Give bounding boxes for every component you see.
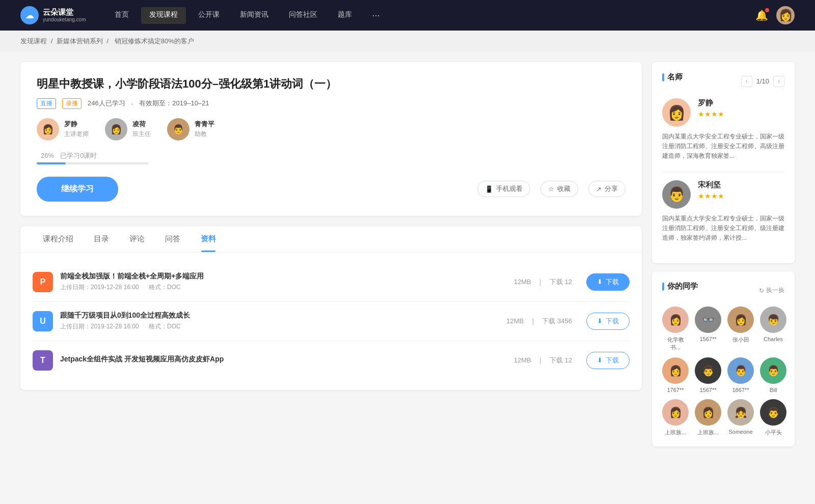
valid-until: 有效期至：2019–10–21 [139, 99, 209, 108]
sidebar-teacher-1-desc: 国内某重点大学安全工程专业硕士，国家一级注册消防工程师、注册安全工程师、级注册建… [662, 214, 784, 243]
teacher-2: 👨 青青平 助教 [167, 118, 214, 141]
logo-icon: ☁ [20, 6, 39, 24]
refresh-classmates-button[interactable]: ↻ 换一换 [759, 286, 784, 295]
classmates-title: 你的同学 [662, 282, 698, 291]
teacher-page: 1/10 [756, 77, 769, 85]
tab-qa[interactable]: 问答 [155, 226, 191, 252]
teacher-0: 👩 罗静 主讲老师 [37, 118, 89, 141]
tab-catalog[interactable]: 目录 [84, 226, 119, 252]
file-meta-1: 上传日期：2019-12-28 16:00 格式：DOC [60, 322, 492, 331]
classmate-11-avatar: 👨 [760, 399, 786, 426]
teacher-1: 👩 凌荷 班主任 [105, 118, 151, 141]
tabs-header: 课程介绍 目录 评论 问答 资料 [20, 226, 642, 253]
teacher-1-avatar: 👩 [105, 118, 127, 141]
nav-public[interactable]: 公开课 [190, 7, 228, 24]
classmate-2-name: 张小田 [732, 336, 749, 344]
mobile-watch-button[interactable]: 📱 手机观看 [477, 181, 530, 197]
file-name-0: 前端全栈加强版！前端全栈+全周期+多端应用 [60, 272, 500, 281]
download-button-2[interactable]: ⬇ 下载 [586, 352, 630, 369]
classmate-8[interactable]: 👩 上班族... [662, 399, 689, 436]
breadcrumb: 发现课程 / 新媒体营销系列 / 销冠修炼术搞定80%的客户 [0, 31, 815, 52]
classmate-11[interactable]: 👨 小平头 [760, 399, 786, 436]
logo-text: 云朵课堂 yundouketang.com [43, 8, 86, 23]
file-item-2: T Jetpack全组件实战 开发短视频应用高仿皮皮虾App 12MB ｜ 下载… [33, 341, 630, 380]
classmate-10[interactable]: 👧 Someone [727, 399, 754, 436]
file-name-2: Jetpack全组件实战 开发短视频应用高仿皮皮虾App [60, 355, 500, 364]
classmate-8-avatar: 👩 [662, 399, 689, 426]
classmate-9[interactable]: 👩 上班族... [695, 399, 721, 436]
teachers-sidebar-title: 名师 [662, 72, 683, 82]
classmate-4-avatar: 👩 [662, 357, 689, 384]
course-title: 明星中教授课，小学阶段语法100分–强化级第1讲动词（一） [37, 76, 626, 92]
next-teacher-button[interactable]: › [773, 76, 784, 87]
file-icon-1: U [33, 311, 53, 331]
breadcrumb-discover[interactable]: 发现课程 [20, 37, 47, 45]
breadcrumb-series[interactable]: 新媒体营销系列 [57, 37, 103, 45]
nav-news[interactable]: 新闻资讯 [232, 7, 277, 24]
course-meta: 直播 录播 246人已学习 · 有效期至：2019–10–21 [37, 98, 626, 109]
nav-right: 🔔 👩 [755, 6, 795, 24]
file-item-0: P 前端全栈加强版！前端全栈+全周期+多端应用 上传日期：2019-12-28 … [33, 263, 630, 302]
sidebar-teacher-0-name: 罗静 [698, 98, 784, 108]
classmate-7[interactable]: 👨 Bill [760, 357, 786, 393]
user-avatar[interactable]: 👩 [776, 6, 795, 24]
course-header-card: 明星中教授课，小学阶段语法100分–强化级第1讲动词（一） 直播 录播 246人… [20, 62, 642, 216]
nav-discover[interactable]: 发现课程 [141, 7, 186, 24]
refresh-icon: ↻ [759, 287, 764, 294]
classmate-2[interactable]: 👩 张小田 [727, 306, 754, 351]
nav-bank[interactable]: 题库 [330, 7, 360, 24]
classmate-10-name: Someone [728, 429, 752, 435]
students-count: 246人已学习 [88, 99, 125, 108]
teachers-list: 👩 罗静 主讲老师 👩 凌荷 班主任 👨 青青平 [37, 118, 626, 141]
classmates-card: 你的同学 ↻ 换一换 👩 化学教书... 👓 1567** [652, 271, 795, 446]
tab-intro[interactable]: 课程介绍 [33, 226, 84, 252]
course-actions: 继续学习 📱 手机观看 ☆ 收藏 ↗ 分享 [37, 177, 626, 202]
classmate-0[interactable]: 👩 化学教书... [662, 306, 689, 351]
download-button-0[interactable]: ⬇ 下载 [586, 273, 630, 291]
share-button[interactable]: ↗ 分享 [588, 181, 626, 197]
classmate-6[interactable]: 👨 1867** [727, 357, 754, 393]
classmate-5[interactable]: 👨 1567** [695, 357, 721, 393]
sidebar-teacher-1: 👨 宋利坚 ★★★★ 国内某重点大学安全工程专业硕士，国家一级注册消防工程师、注… [662, 180, 784, 243]
breadcrumb-current: 销冠修炼术搞定80%的客户 [115, 37, 194, 45]
progress-label: 26% 已学习0课时 [37, 151, 626, 160]
teacher-2-role: 助教 [195, 130, 214, 138]
classmate-1-name: 1567** [699, 336, 716, 342]
collect-button[interactable]: ☆ 收藏 [540, 181, 578, 197]
nav-links: 首页 发现课程 公开课 新闻资讯 问答社区 题库 ··· [106, 7, 755, 24]
continue-button[interactable]: 继续学习 [37, 177, 118, 202]
notification-bell[interactable]: 🔔 [755, 9, 768, 21]
download-icon-0: ⬇ [597, 278, 603, 286]
progress-bar-bg [37, 162, 149, 164]
classmate-3[interactable]: 👦 Charles [760, 306, 786, 351]
nav-home[interactable]: 首页 [106, 7, 137, 24]
teacher-0-name: 罗静 [64, 120, 89, 129]
classmate-5-name: 1567** [699, 387, 716, 393]
download-button-1[interactable]: ⬇ 下载 [586, 313, 630, 330]
mobile-icon: 📱 [485, 185, 493, 193]
logo[interactable]: ☁ 云朵课堂 yundouketang.com [20, 6, 86, 24]
sidebar-teacher-0: 👩 罗静 ★★★★ 国内某重点大学安全工程专业硕士，国家一级注册消防工程师、注册… [662, 98, 784, 161]
classmate-6-name: 1867** [732, 387, 749, 393]
action-buttons: 📱 手机观看 ☆ 收藏 ↗ 分享 [477, 181, 626, 197]
prev-teacher-button[interactable]: ‹ [741, 76, 752, 87]
nav-qa[interactable]: 问答社区 [281, 7, 325, 24]
classmate-2-avatar: 👩 [727, 306, 754, 333]
classmate-4[interactable]: 👩 1767** [662, 357, 689, 393]
share-icon: ↗ [596, 185, 602, 193]
classmate-10-avatar: 👧 [727, 399, 754, 426]
nav-more[interactable]: ··· [364, 7, 388, 24]
teacher-1-role: 班主任 [132, 130, 151, 138]
classmate-8-name: 上班族... [665, 429, 686, 436]
main-layout: 明星中教授课，小学阶段语法100分–强化级第1讲动词（一） 直播 录播 246人… [0, 52, 815, 465]
notification-dot [765, 8, 769, 12]
classmate-1[interactable]: 👓 1567** [695, 306, 721, 351]
badge-live: 直播 [37, 98, 56, 109]
sidebar-teacher-0-desc: 国内某重点大学安全工程专业硕士，国家一级注册消防工程师、注册安全工程师、高级注册… [662, 132, 784, 161]
sidebar-teacher-0-avatar: 👩 [662, 98, 691, 127]
classmate-5-avatar: 👨 [695, 357, 721, 384]
tab-review[interactable]: 评论 [119, 226, 155, 252]
file-stats-2: 12MB ｜ 下载 12 [512, 356, 574, 365]
classmates-grid: 👩 化学教书... 👓 1567** 👩 张小田 👦 Charles [662, 306, 784, 436]
tab-materials[interactable]: 资料 [191, 226, 226, 252]
